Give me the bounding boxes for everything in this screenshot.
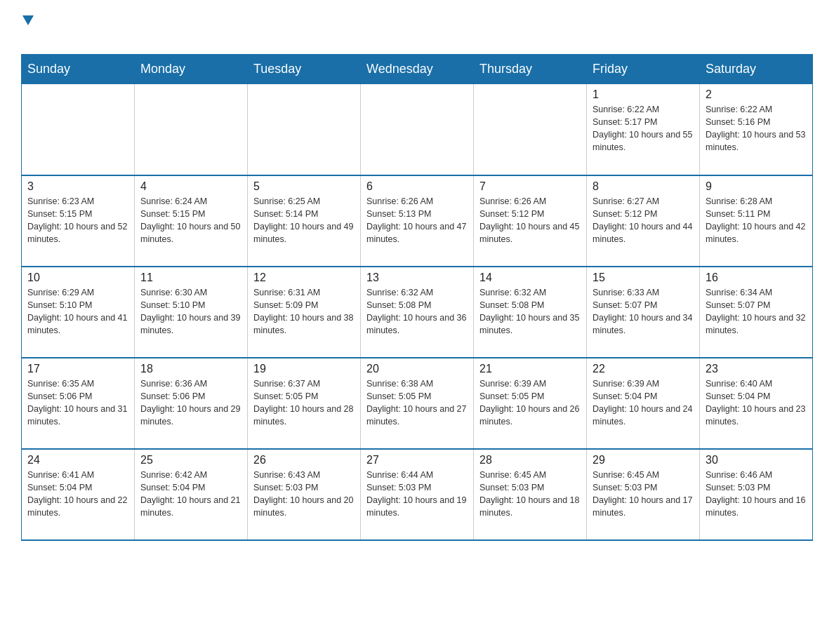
day-number: 12 (253, 271, 355, 284)
day-info: Sunrise: 6:45 AM Sunset: 5:03 PM Dayligh… (479, 469, 581, 520)
day-info: Sunrise: 6:42 AM Sunset: 5:04 PM Dayligh… (140, 469, 241, 520)
calendar-cell (22, 84, 135, 175)
calendar-cell: 30Sunrise: 6:46 AM Sunset: 5:03 PM Dayli… (700, 449, 813, 540)
day-number: 23 (706, 363, 807, 375)
day-info: Sunrise: 6:32 AM Sunset: 5:08 PM Dayligh… (479, 286, 581, 337)
day-number: 30 (706, 454, 807, 467)
calendar-cell: 15Sunrise: 6:33 AM Sunset: 5:07 PM Dayli… (587, 267, 700, 358)
col-header-thursday: Thursday (474, 55, 587, 84)
col-header-saturday: Saturday (700, 55, 813, 84)
calendar-cell: 8Sunrise: 6:27 AM Sunset: 5:12 PM Daylig… (587, 175, 700, 267)
day-number: 6 (366, 180, 468, 193)
day-info: Sunrise: 6:41 AM Sunset: 5:04 PM Dayligh… (27, 469, 128, 520)
day-info: Sunrise: 6:31 AM Sunset: 5:09 PM Dayligh… (253, 286, 355, 337)
day-info: Sunrise: 6:24 AM Sunset: 5:15 PM Dayligh… (140, 195, 241, 246)
day-info: Sunrise: 6:32 AM Sunset: 5:08 PM Dayligh… (366, 286, 468, 337)
calendar-cell: 6Sunrise: 6:26 AM Sunset: 5:13 PM Daylig… (361, 175, 474, 267)
calendar-week-row: 10Sunrise: 6:29 AM Sunset: 5:10 PM Dayli… (22, 267, 813, 358)
calendar-cell: 24Sunrise: 6:41 AM Sunset: 5:04 PM Dayli… (22, 449, 135, 540)
calendar-cell: 1Sunrise: 6:22 AM Sunset: 5:17 PM Daylig… (587, 84, 700, 175)
calendar-cell: 16Sunrise: 6:34 AM Sunset: 5:07 PM Dayli… (700, 267, 813, 358)
day-number: 29 (593, 454, 694, 467)
day-info: Sunrise: 6:37 AM Sunset: 5:05 PM Dayligh… (253, 377, 355, 429)
day-number: 17 (27, 363, 128, 375)
calendar-week-row: 3Sunrise: 6:23 AM Sunset: 5:15 PM Daylig… (22, 175, 813, 267)
logo (21, 14, 34, 47)
day-info: Sunrise: 6:29 AM Sunset: 5:10 PM Dayligh… (27, 286, 128, 337)
calendar-cell: 11Sunrise: 6:30 AM Sunset: 5:10 PM Dayli… (135, 267, 248, 358)
day-info: Sunrise: 6:26 AM Sunset: 5:13 PM Dayligh… (366, 195, 468, 246)
day-info: Sunrise: 6:36 AM Sunset: 5:06 PM Dayligh… (140, 377, 241, 429)
day-info: Sunrise: 6:40 AM Sunset: 5:04 PM Dayligh… (706, 377, 807, 429)
day-number: 24 (27, 454, 128, 467)
day-number: 5 (253, 180, 355, 193)
calendar-cell: 25Sunrise: 6:42 AM Sunset: 5:04 PM Dayli… (135, 449, 248, 540)
day-number: 18 (140, 363, 241, 375)
calendar-week-row: 17Sunrise: 6:35 AM Sunset: 5:06 PM Dayli… (22, 358, 813, 449)
col-header-friday: Friday (587, 55, 700, 84)
day-info: Sunrise: 6:22 AM Sunset: 5:17 PM Dayligh… (593, 103, 694, 154)
day-number: 13 (366, 271, 468, 284)
day-number: 9 (706, 180, 807, 193)
calendar-cell: 2Sunrise: 6:22 AM Sunset: 5:16 PM Daylig… (700, 84, 813, 175)
day-number: 22 (593, 363, 694, 375)
day-info: Sunrise: 6:22 AM Sunset: 5:16 PM Dayligh… (706, 103, 807, 154)
day-number: 26 (253, 454, 355, 467)
col-header-wednesday: Wednesday (361, 55, 474, 84)
day-number: 14 (479, 271, 581, 284)
calendar-cell: 20Sunrise: 6:38 AM Sunset: 5:05 PM Dayli… (361, 358, 474, 449)
calendar-cell: 19Sunrise: 6:37 AM Sunset: 5:05 PM Dayli… (248, 358, 361, 449)
col-header-monday: Monday (135, 55, 248, 84)
day-info: Sunrise: 6:39 AM Sunset: 5:04 PM Dayligh… (593, 377, 694, 429)
calendar-cell: 21Sunrise: 6:39 AM Sunset: 5:05 PM Dayli… (474, 358, 587, 449)
calendar-cell: 17Sunrise: 6:35 AM Sunset: 5:06 PM Dayli… (22, 358, 135, 449)
day-info: Sunrise: 6:45 AM Sunset: 5:03 PM Dayligh… (593, 469, 694, 520)
calendar-cell: 7Sunrise: 6:26 AM Sunset: 5:12 PM Daylig… (474, 175, 587, 267)
calendar-cell: 27Sunrise: 6:44 AM Sunset: 5:03 PM Dayli… (361, 449, 474, 540)
day-number: 28 (479, 454, 581, 467)
calendar-cell (474, 84, 587, 175)
col-header-tuesday: Tuesday (248, 55, 361, 84)
day-info: Sunrise: 6:35 AM Sunset: 5:06 PM Dayligh… (27, 377, 128, 429)
day-info: Sunrise: 6:27 AM Sunset: 5:12 PM Dayligh… (593, 195, 694, 246)
day-number: 4 (140, 180, 241, 193)
calendar-week-row: 24Sunrise: 6:41 AM Sunset: 5:04 PM Dayli… (22, 449, 813, 540)
logo-arrow-icon (22, 15, 34, 25)
day-number: 20 (366, 363, 468, 375)
calendar-week-row: 1Sunrise: 6:22 AM Sunset: 5:17 PM Daylig… (22, 84, 813, 175)
day-number: 7 (479, 180, 581, 193)
calendar-cell: 12Sunrise: 6:31 AM Sunset: 5:09 PM Dayli… (248, 267, 361, 358)
calendar-cell: 13Sunrise: 6:32 AM Sunset: 5:08 PM Dayli… (361, 267, 474, 358)
page-header (21, 14, 813, 47)
day-info: Sunrise: 6:23 AM Sunset: 5:15 PM Dayligh… (27, 195, 128, 246)
calendar-header-row: SundayMondayTuesdayWednesdayThursdayFrid… (22, 55, 813, 84)
calendar-cell: 29Sunrise: 6:45 AM Sunset: 5:03 PM Dayli… (587, 449, 700, 540)
day-number: 3 (27, 180, 128, 193)
calendar-table: SundayMondayTuesdayWednesdayThursdayFrid… (21, 54, 813, 541)
day-number: 1 (593, 88, 694, 101)
calendar-cell: 28Sunrise: 6:45 AM Sunset: 5:03 PM Dayli… (474, 449, 587, 540)
day-info: Sunrise: 6:46 AM Sunset: 5:03 PM Dayligh… (706, 469, 807, 520)
calendar-cell: 3Sunrise: 6:23 AM Sunset: 5:15 PM Daylig… (22, 175, 135, 267)
day-number: 21 (479, 363, 581, 375)
calendar-cell: 23Sunrise: 6:40 AM Sunset: 5:04 PM Dayli… (700, 358, 813, 449)
calendar-cell (248, 84, 361, 175)
day-number: 25 (140, 454, 241, 467)
calendar-cell: 14Sunrise: 6:32 AM Sunset: 5:08 PM Dayli… (474, 267, 587, 358)
day-info: Sunrise: 6:25 AM Sunset: 5:14 PM Dayligh… (253, 195, 355, 246)
day-number: 11 (140, 271, 241, 284)
calendar-cell (135, 84, 248, 175)
day-info: Sunrise: 6:43 AM Sunset: 5:03 PM Dayligh… (253, 469, 355, 520)
calendar-cell: 22Sunrise: 6:39 AM Sunset: 5:04 PM Dayli… (587, 358, 700, 449)
day-info: Sunrise: 6:26 AM Sunset: 5:12 PM Dayligh… (479, 195, 581, 246)
day-number: 19 (253, 363, 355, 375)
day-number: 15 (593, 271, 694, 284)
calendar-cell: 18Sunrise: 6:36 AM Sunset: 5:06 PM Dayli… (135, 358, 248, 449)
col-header-sunday: Sunday (22, 55, 135, 84)
calendar-cell: 10Sunrise: 6:29 AM Sunset: 5:10 PM Dayli… (22, 267, 135, 358)
day-info: Sunrise: 6:38 AM Sunset: 5:05 PM Dayligh… (366, 377, 468, 429)
calendar-cell (361, 84, 474, 175)
day-info: Sunrise: 6:33 AM Sunset: 5:07 PM Dayligh… (593, 286, 694, 337)
day-info: Sunrise: 6:34 AM Sunset: 5:07 PM Dayligh… (706, 286, 807, 337)
day-number: 2 (706, 88, 807, 101)
